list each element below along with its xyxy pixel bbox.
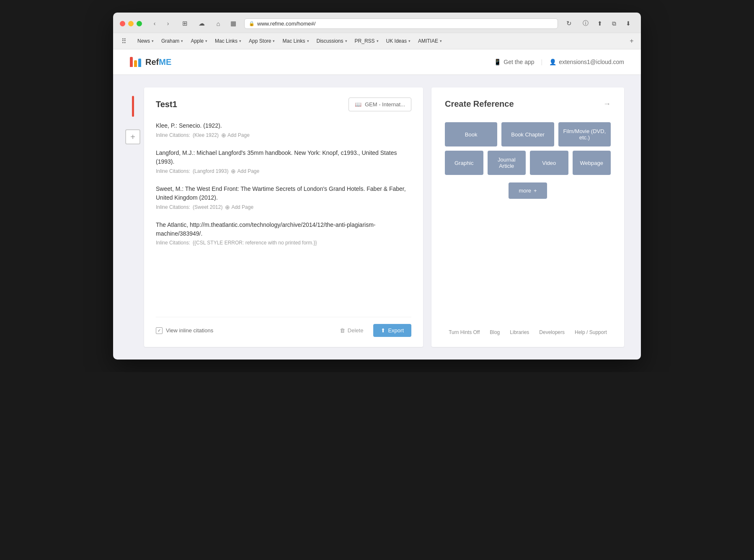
logo-text: RefME [145,57,171,67]
bookmark-appstore[interactable]: App Store ▾ [245,37,278,45]
bookmark-discussions[interactable]: Discussions ▾ [313,37,351,45]
reference-item: Sweet, M.: The West End Front: The Warti… [156,185,411,211]
sidebar-accent [132,96,134,117]
traffic-light-green[interactable] [137,21,142,26]
reference-text: Klee, P.: Senecio. (1922). [156,121,411,130]
reference-text: Sweet, M.: The West End Front: The Warti… [156,185,411,202]
ref-type-book-chapter-button[interactable]: Book Chapter [501,122,554,146]
plus-circle-icon: ⊕ [231,168,236,175]
ref-type-video-button[interactable]: Video [530,151,568,175]
developers-link[interactable]: Developers [539,329,565,335]
blog-link[interactable]: Blog [490,329,500,335]
plus-circle-icon: ⊕ [225,204,230,211]
home-button[interactable]: ⌂ [212,18,224,29]
bookmark-apple[interactable]: Apple ▾ [187,37,211,45]
chevron-down-icon: ▾ [205,39,207,43]
more-ref-types-button[interactable]: more + [509,182,547,199]
reference-item: Klee, P.: Senecio. (1922). Inline Citati… [156,121,411,139]
bookmark-maclinks1[interactable]: Mac Links ▾ [212,37,245,45]
traffic-light-yellow[interactable] [128,21,134,26]
create-reference-panel: Create Reference → Book Book Chapter Fil… [431,87,624,347]
book-icon: 📖 [355,101,362,108]
chevron-down-icon: ▾ [377,39,379,43]
ref-type-book-button[interactable]: Book [445,122,497,146]
add-page-link[interactable]: ⊕ Add Page [231,168,259,175]
add-collection-button[interactable]: + [125,129,140,144]
chevron-down-icon: ▾ [408,39,411,43]
chevron-down-icon: ▾ [273,39,275,43]
libraries-link[interactable]: Libraries [510,329,529,335]
citation-value: (Klee 1922) [193,132,219,138]
create-reference-title: Create Reference [445,99,514,109]
ref-type-graphic-button[interactable]: Graphic [445,151,483,175]
export-icon: ⬆ [381,327,385,334]
tab-button[interactable]: ⧉ [608,18,620,29]
ref-type-journal-article-button[interactable]: Journal Article [488,151,526,175]
lock-icon: 🔒 [249,21,255,26]
qr-button[interactable]: ▦ [227,18,239,29]
delete-button[interactable]: 🗑 Delete [335,324,369,337]
bookmark-news[interactable]: News ▾ [134,37,157,45]
plus-icon: + [534,188,537,194]
traffic-light-red[interactable] [120,21,125,26]
reference-item: Langford, M.J.: Michael Langford's 35mm … [156,149,411,175]
cloud-button[interactable]: ☁ [196,18,207,29]
share-button[interactable]: ⬆ [594,18,606,29]
chevron-down-icon: ▾ [181,39,183,43]
bookmark-prrss[interactable]: PR_RSS ▾ [351,37,382,45]
bookmark-ukideas[interactable]: UK Ideas ▾ [383,37,414,45]
header-divider: | [541,59,543,65]
address-bar[interactable]: www.refme.com/home#/ [257,21,553,27]
logo-bars [130,57,141,67]
chevron-down-icon: ▾ [440,39,442,43]
bookmark-graham[interactable]: Graham ▾ [158,37,186,45]
bookmark-maclinks2[interactable]: Mac Links ▾ [279,37,312,45]
trash-icon: 🗑 [340,327,345,334]
bookmark-amitiae[interactable]: AMITIAE ▾ [415,37,445,45]
citation-label: Inline Citations: [156,132,190,138]
view-inline-citations-toggle[interactable]: ✓ View inline citations [156,327,213,334]
reload-button[interactable]: ↻ [563,18,575,29]
back-button[interactable]: ‹ [149,18,160,29]
add-bookmark-button[interactable]: + [627,37,636,45]
export-button[interactable]: ⬆ Export [373,324,411,337]
gem-button[interactable]: 📖 GEM - Internat... [349,98,411,111]
user-account-link[interactable]: 👤 extensions1@icloud.com [549,59,624,65]
user-icon: 👤 [549,59,556,65]
ref-type-film-button[interactable]: Film/Movie (DVD, etc.) [558,122,611,146]
reference-panel: Test1 📖 GEM - Internat... Klee, P.: Sene… [144,87,423,347]
get-app-link[interactable]: 📱 Get the app [494,59,534,65]
collection-title: Test1 [156,100,177,109]
add-page-link[interactable]: ⊕ Add Page [225,204,253,211]
add-page-link[interactable]: ⊕ Add Page [221,132,250,139]
info-button[interactable]: ⓘ [580,18,591,29]
phone-icon: 📱 [494,59,501,65]
citation-value: {{CSL STYLE ERROR: reference with no pri… [193,240,317,246]
reference-text: The Atlantic, http://m.theatlantic.com/t… [156,221,411,238]
reference-list: Klee, P.: Senecio. (1922). Inline Citati… [156,121,411,308]
citation-label: Inline Citations: [156,240,190,246]
chevron-down-icon: ▾ [239,39,241,43]
bookmarks-grid-icon[interactable]: ⠿ [118,35,130,47]
logo: RefME [130,57,171,67]
expand-icon[interactable]: → [603,100,611,108]
chevron-down-icon: ▾ [307,39,309,43]
help-support-link[interactable]: Help / Support [575,329,607,335]
plus-circle-icon: ⊕ [221,132,226,139]
chevron-down-icon: ▾ [345,39,347,43]
citation-value: (Sweet 2012) [193,204,222,210]
chevron-down-icon: ▾ [152,39,154,43]
citation-label: Inline Citations: [156,168,190,174]
reference-text: Langford, M.J.: Michael Langford's 35mm … [156,149,411,166]
checkbox-icon: ✓ [156,327,163,334]
ref-type-webpage-button[interactable]: Webpage [573,151,611,175]
citation-value: (Langford 1993) [193,168,228,174]
turn-hints-off-link[interactable]: Turn Hints Off [449,329,480,335]
sidebar-toggle-button[interactable]: ⊞ [179,18,191,29]
reference-item: The Atlantic, http://m.theatlantic.com/t… [156,221,411,246]
forward-button[interactable]: › [162,18,174,29]
download-button[interactable]: ⬇ [622,18,634,29]
citation-label: Inline Citations: [156,204,190,210]
